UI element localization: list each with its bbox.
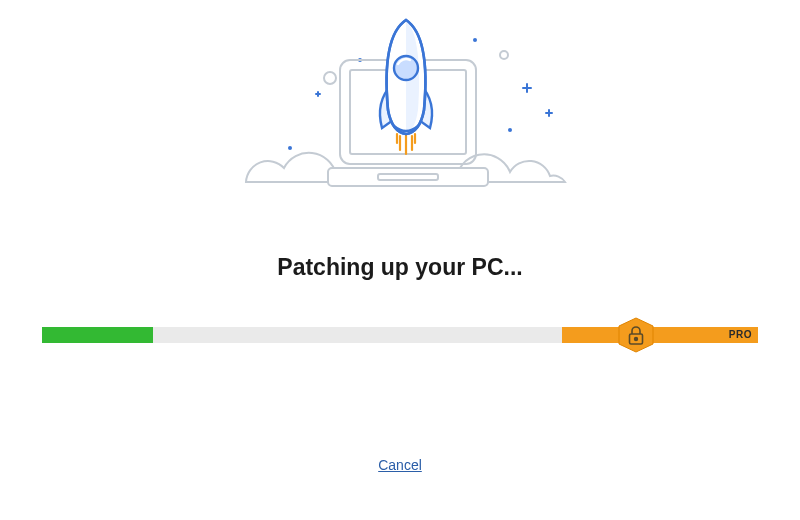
svg-rect-14 xyxy=(328,168,488,186)
status-title: Patching up your PC... xyxy=(0,254,800,281)
svg-point-7 xyxy=(508,128,512,132)
progress-fill xyxy=(42,327,153,343)
svg-marker-22 xyxy=(619,318,653,352)
cancel-button[interactable]: Cancel xyxy=(378,457,422,473)
svg-point-8 xyxy=(288,146,292,150)
svg-point-24 xyxy=(635,338,638,341)
svg-point-11 xyxy=(324,72,336,84)
rocket-laptop-illustration xyxy=(220,10,580,220)
pro-label: PRO xyxy=(729,329,752,340)
hero-illustration xyxy=(0,0,800,230)
svg-point-6 xyxy=(473,38,477,42)
svg-point-10 xyxy=(500,51,508,59)
progress-bar: PRO xyxy=(42,315,758,355)
lock-icon[interactable] xyxy=(614,317,658,353)
